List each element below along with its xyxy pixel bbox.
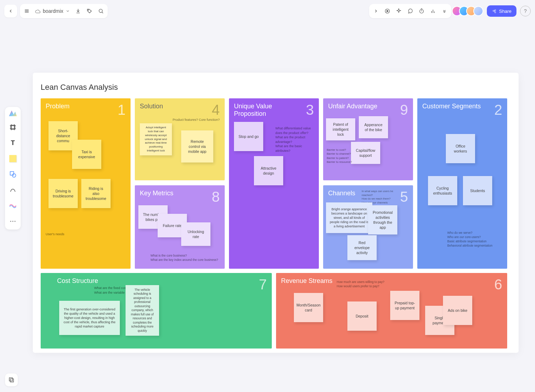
sticky-note[interactable]: Driving is troublesome (49, 179, 78, 208)
sticky-note[interactable]: Adopt intelligent lock that can wireless… (140, 123, 172, 155)
app-name[interactable]: boardmix (35, 8, 70, 14)
block-hint: Who do we serve? Who are our core-users?… (447, 231, 493, 248)
block-title: Key Metrics (140, 190, 173, 197)
block-number: 1 (118, 103, 126, 117)
sticky-note[interactable]: Prepaid top-up payment (390, 291, 419, 320)
svg-point-23 (14, 221, 15, 222)
block-number: 2 (494, 103, 502, 117)
block-number: 9 (400, 103, 408, 117)
cloud-icon (35, 8, 41, 14)
sticky-note[interactable]: Patent of intelligent lock (326, 118, 355, 140)
sticky-note[interactable]: Red envelope activity (347, 235, 377, 260)
block-channels[interactable]: Channels5 In what ways can users be reac… (323, 185, 413, 269)
sticky-note[interactable]: Unlocking rate (181, 222, 210, 246)
block-unfair[interactable]: Unfair Advantage9 Patent of intelligent … (323, 98, 413, 180)
svg-point-4 (99, 9, 102, 12)
line-tool[interactable] (8, 185, 17, 195)
sticky-note[interactable]: Ads on bike (443, 296, 472, 325)
share-button[interactable]: Share (487, 5, 516, 17)
block-hint: Barrier to cost? Barrier to channel? Bar… (327, 148, 352, 164)
search-icon[interactable] (98, 8, 104, 14)
block-problem[interactable]: Problem1 Short-distance commu Taxi is ex… (41, 98, 131, 269)
sticky-note[interactable]: Students (463, 176, 492, 205)
timer-icon[interactable] (418, 8, 425, 14)
sticky-note[interactable]: Taxi is expensive (72, 140, 101, 169)
avatar (473, 6, 483, 16)
text-tool[interactable]: T (8, 138, 17, 148)
tag-icon[interactable] (86, 8, 93, 14)
block-segments[interactable]: Customer Segments2 Office workers Cyclin… (417, 98, 507, 269)
sticky-note[interactable]: The first generation over-considered the… (59, 301, 120, 335)
file-group: boardmix (20, 4, 108, 18)
play-icon[interactable] (384, 8, 391, 14)
block-title: Solution (140, 103, 163, 110)
download-icon[interactable] (75, 8, 81, 14)
block-number: 4 (212, 103, 220, 117)
sticky-note[interactable]: Remote control via mobile app (181, 130, 213, 163)
help-button[interactable]: ? (520, 6, 531, 16)
lean-canvas-grid: Problem1 Short-distance commu Taxi is ex… (41, 98, 511, 348)
sticky-note[interactable]: Apperance of the bike (359, 116, 388, 138)
sticky-note[interactable]: Bright orange apperance becomes a landsc… (326, 202, 372, 233)
block-hint: What differentiated value does the produ… (275, 126, 315, 153)
sticky-note[interactable]: Riding is also troublesome (81, 179, 111, 208)
sparkle-icon[interactable] (396, 8, 402, 14)
block-title: Cost Structure (57, 277, 98, 285)
shape-tool[interactable] (8, 170, 17, 179)
block-number: 5 (400, 190, 408, 204)
block-solution[interactable]: Solution4 Product features? Core functio… (135, 98, 225, 180)
layers-button[interactable] (5, 373, 18, 386)
canvas-board[interactable]: Lean Canvas Analysis Problem1 Short-dist… (33, 73, 519, 353)
block-uvp[interactable]: Unique Value Proposition3 What different… (229, 98, 319, 269)
block-title: Problem (46, 103, 70, 110)
block-title: Channels (328, 190, 355, 197)
sticky-note[interactable]: The vehicle scheduling is assigned to a … (126, 285, 159, 336)
svg-rect-25 (10, 379, 14, 382)
connector-tool[interactable] (8, 201, 17, 210)
frame-tool[interactable] (8, 123, 17, 132)
app-name-text: boardmix (43, 8, 63, 14)
top-bar: boardmix Share ? (4, 4, 531, 19)
block-title: Unique Value Proposition (234, 103, 306, 118)
svg-rect-24 (9, 378, 12, 381)
sticky-note[interactable]: Capital/flow support (351, 142, 380, 164)
svg-line-5 (102, 12, 103, 13)
svg-point-21 (10, 221, 11, 222)
sticky-note[interactable]: Deposit (347, 301, 377, 331)
sticky-note[interactable]: Office workers (446, 134, 475, 163)
more-chevron-icon[interactable] (441, 8, 448, 14)
block-hint: User's needs (46, 232, 64, 237)
svg-point-20 (12, 174, 16, 177)
sticky-note[interactable]: Stop and go (234, 122, 263, 151)
svg-marker-7 (387, 10, 388, 12)
top-right-group: Share ? (369, 4, 531, 18)
sticky-note[interactable]: Cycling enthusiasts (428, 176, 457, 205)
block-revenue[interactable]: Revenue Streams6 How much are users will… (276, 273, 507, 349)
chat-icon[interactable] (407, 8, 413, 14)
sticky-note[interactable]: Promotional activities through the app (368, 205, 397, 234)
sticky-note-tool[interactable] (8, 154, 17, 163)
block-title: Customer Segments (422, 103, 481, 110)
logo-icon[interactable] (9, 110, 17, 116)
block-hint: Product features? Core function? (173, 118, 220, 122)
board-title: Lean Canvas Analysis (41, 83, 511, 92)
svg-rect-19 (10, 172, 14, 175)
more-tools[interactable] (8, 217, 17, 226)
block-number: 3 (306, 103, 314, 117)
menu-icon[interactable] (24, 8, 30, 14)
sticky-note[interactable]: Month/Season card (294, 293, 323, 322)
chevron-down-icon (66, 9, 70, 13)
svg-point-22 (12, 221, 13, 222)
tool-row (369, 4, 451, 18)
block-metrics[interactable]: Key Metrics8 The number bikes put Failur… (135, 185, 225, 269)
chart-icon[interactable] (430, 8, 436, 14)
block-title: Unfair Advantage (328, 103, 377, 110)
avatar-stack[interactable] (455, 6, 483, 16)
back-button[interactable] (4, 5, 17, 17)
block-title: Revenue Streams (281, 277, 332, 285)
block-hint: What is the core business? What are the … (151, 254, 218, 262)
chevron-right-icon[interactable] (373, 8, 379, 14)
block-number: 6 (494, 277, 502, 292)
block-cost[interactable]: Cost Structure7 What are the fixed costs… (41, 273, 272, 349)
sticky-note[interactable]: Attractive design (254, 156, 283, 185)
